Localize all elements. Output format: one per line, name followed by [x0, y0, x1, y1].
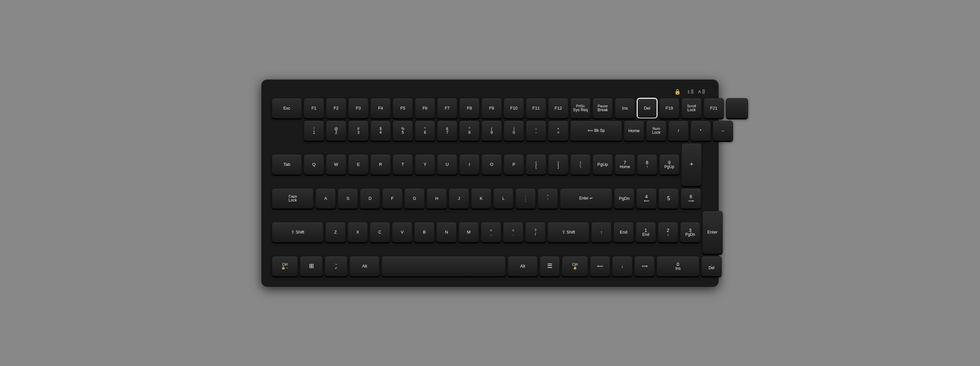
key-2[interactable]: @2: [326, 121, 346, 141]
key-4[interactable]: $4: [371, 121, 391, 141]
key-f2[interactable]: F2: [326, 98, 346, 118]
key-z[interactable]: Z: [325, 222, 345, 242]
key-y[interactable]: Y: [415, 154, 435, 175]
key-num9[interactable]: 9PgUp: [659, 154, 679, 175]
key-f1[interactable]: F1: [304, 98, 324, 118]
key-pgup[interactable]: PgUp: [593, 154, 613, 175]
key-scroll[interactable]: ScrollLock: [681, 98, 702, 118]
key-f[interactable]: F: [382, 189, 402, 209]
key-g[interactable]: G: [404, 189, 425, 209]
key-num3[interactable]: 3PgDn: [680, 222, 700, 242]
key-num-enter[interactable]: Enter: [702, 211, 722, 254]
key-enter[interactable]: Enter ↵: [560, 189, 612, 209]
key-u[interactable]: U: [437, 154, 457, 175]
key-minus[interactable]: –-: [526, 121, 546, 141]
key-f6[interactable]: F6: [415, 98, 435, 118]
key-num2[interactable]: 2↓: [658, 222, 678, 242]
key-numlock[interactable]: NumLock: [646, 121, 667, 141]
key-pause[interactable]: PauseBreak: [593, 98, 613, 118]
key-p[interactable]: P: [504, 154, 524, 175]
key-8[interactable]: *8: [459, 121, 480, 141]
key-f10[interactable]: F10: [504, 98, 524, 118]
key-q[interactable]: Q: [304, 154, 324, 175]
key-5[interactable]: %5: [393, 121, 413, 141]
key-num1[interactable]: 1End: [636, 222, 656, 242]
key-num0[interactable]: 0Ins: [657, 256, 699, 276]
key-lbracket[interactable]: {[: [526, 154, 546, 175]
key-i[interactable]: I: [459, 154, 480, 175]
key-x[interactable]: X: [348, 222, 368, 242]
key-lshift[interactable]: ⇧ Shift: [272, 222, 323, 242]
key-f19[interactable]: F19: [659, 98, 679, 118]
key-3[interactable]: #3: [348, 121, 369, 141]
key-m[interactable]: M: [459, 222, 479, 242]
key-9[interactable]: (9: [482, 121, 502, 141]
key-f8[interactable]: F8: [459, 98, 480, 118]
key-j[interactable]: J: [449, 189, 469, 209]
key-f4[interactable]: F4: [371, 98, 391, 118]
key-num-minus[interactable]: –: [713, 121, 733, 141]
key-unknown1[interactable]: [726, 98, 748, 118]
key-num7[interactable]: 7Home: [615, 154, 635, 175]
key-h[interactable]: H: [426, 189, 447, 209]
key-lalt[interactable]: Alt: [350, 256, 380, 276]
key-v[interactable]: V: [392, 222, 412, 242]
key-num-plus[interactable]: +: [681, 143, 702, 186]
key-t[interactable]: T: [393, 154, 413, 175]
key-tab[interactable]: Tab: [272, 154, 302, 175]
key-quote[interactable]: "': [538, 189, 558, 209]
key-f9[interactable]: F9: [482, 98, 502, 118]
key-o[interactable]: O: [482, 154, 502, 175]
key-rbracket[interactable]: }]: [548, 154, 568, 175]
key-lctrl[interactable]: Ctrl🔒→: [272, 256, 298, 276]
key-space[interactable]: [382, 256, 506, 276]
key-num-slash[interactable]: /: [668, 121, 689, 141]
key-num6[interactable]: 6⟹: [681, 189, 701, 209]
key-6[interactable]: ^6: [415, 121, 435, 141]
key-f3[interactable]: F3: [348, 98, 369, 118]
key-s[interactable]: S: [338, 189, 358, 209]
key-del[interactable]: Del: [637, 98, 657, 118]
key-f21[interactable]: F21: [704, 98, 724, 118]
key-num5[interactable]: 5: [659, 189, 679, 209]
key-r[interactable]: R: [371, 154, 391, 175]
key-rshift[interactable]: ⇧ Shift: [547, 222, 589, 242]
key-ralt[interactable]: Alt: [508, 256, 538, 276]
key-k[interactable]: K: [471, 189, 491, 209]
key-home[interactable]: Home: [624, 121, 644, 141]
key-w[interactable]: W: [326, 154, 346, 175]
key-e[interactable]: E: [348, 154, 369, 175]
key-capslock[interactable]: CapsLock: [272, 189, 313, 209]
key-num8[interactable]: 8↑: [637, 154, 657, 175]
key-right[interactable]: ⟹: [635, 256, 655, 276]
key-backslash[interactable]: |\: [570, 154, 590, 175]
key-b[interactable]: B: [414, 222, 434, 242]
key-left[interactable]: ⟸: [590, 256, 610, 276]
key-win[interactable]: ⊞: [300, 256, 323, 276]
key-f5[interactable]: F5: [393, 98, 413, 118]
key-rctrl[interactable]: Ctrl🔒: [562, 256, 588, 276]
key-c[interactable]: C: [370, 222, 390, 242]
key-a[interactable]: A: [315, 189, 336, 209]
key-comma[interactable]: <,: [481, 222, 501, 242]
key-menu[interactable]: ☰: [540, 256, 560, 276]
key-esc[interactable]: Esc: [272, 98, 302, 118]
key-period[interactable]: >.: [503, 222, 523, 242]
key-n[interactable]: N: [436, 222, 457, 242]
key-down[interactable]: ↓: [612, 256, 632, 276]
key-end[interactable]: End: [614, 222, 634, 242]
key-num-del[interactable]: .Del: [702, 256, 722, 276]
key-f11[interactable]: F11: [526, 98, 546, 118]
key-equals[interactable]: +=: [548, 121, 568, 141]
key-backspace[interactable]: ⟸ Bk Sp: [570, 121, 622, 141]
key-up[interactable]: ↑: [591, 222, 611, 242]
key-l[interactable]: L: [493, 189, 514, 209]
key-1[interactable]: !1: [304, 121, 324, 141]
key-pgdn[interactable]: PgDn: [614, 189, 635, 209]
key-slash[interactable]: ?/: [525, 222, 546, 242]
key-f7[interactable]: F7: [437, 98, 457, 118]
key-num-star[interactable]: *: [690, 121, 711, 141]
key-f12[interactable]: F12: [548, 98, 568, 118]
key-tilde[interactable]: ~↙: [325, 256, 348, 276]
key-0[interactable]: )0: [504, 121, 524, 141]
